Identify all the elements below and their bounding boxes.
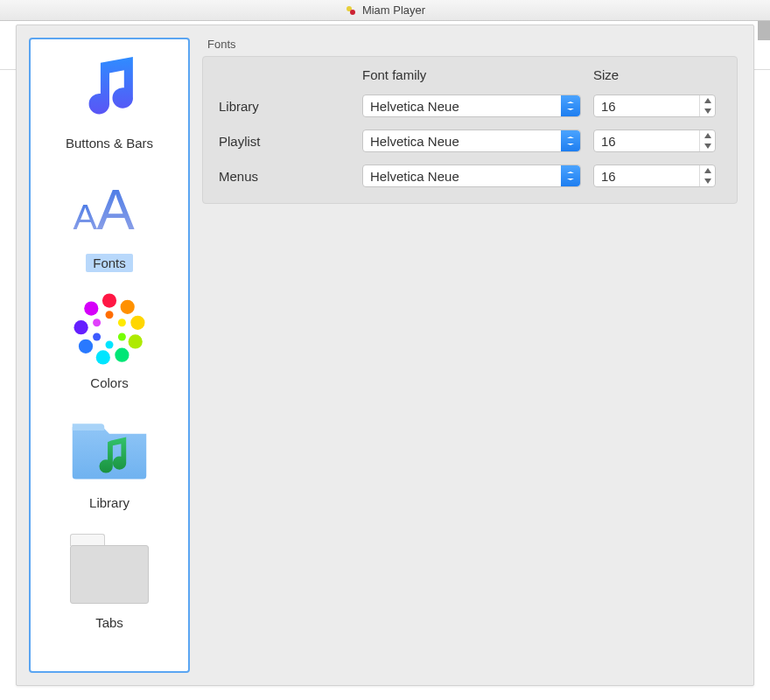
preferences-window: Buttons & Bars A A Fonts — [16, 24, 754, 686]
row-label-library: Library — [219, 99, 350, 114]
svg-point-1 — [350, 10, 355, 15]
sidebar-item-library[interactable]: Library — [34, 406, 185, 515]
group-title: Fonts — [207, 38, 738, 51]
svg-point-18 — [93, 318, 101, 326]
sidebar-item-colors[interactable]: Colors — [34, 286, 185, 396]
app-icon — [345, 4, 357, 17]
svg-point-12 — [84, 302, 98, 316]
sidebar-item-label: Buttons & Bars — [59, 134, 160, 152]
svg-point-17 — [93, 333, 101, 341]
font-family-select-playlist[interactable]: Helvetica Neue — [362, 130, 581, 152]
row-label-menus: Menus — [219, 169, 350, 184]
tabs-icon — [66, 529, 153, 608]
window-title: Miam Player — [362, 4, 425, 17]
sidebar-item-buttons-bars[interactable]: Buttons & Bars — [34, 46, 185, 156]
chevron-down-icon — [561, 165, 580, 186]
library-folder-icon — [66, 410, 153, 488]
stepper-value: 16 — [601, 169, 616, 184]
stepper-up-icon[interactable] — [700, 95, 715, 106]
svg-text:A: A — [97, 178, 136, 242]
sidebar-item-label: Fonts — [86, 254, 133, 272]
svg-point-13 — [106, 311, 114, 318]
svg-point-16 — [106, 341, 114, 349]
font-size-stepper-playlist[interactable]: 16 — [593, 130, 716, 152]
column-header-size: Size — [593, 67, 716, 82]
stepper-down-icon[interactable] — [700, 176, 715, 186]
scrollbar-stub — [758, 21, 770, 40]
sidebar-item-fonts[interactable]: A A Fonts — [34, 166, 185, 276]
svg-point-10 — [79, 340, 93, 354]
sidebar-item-tabs[interactable]: Tabs — [34, 526, 185, 635]
color-wheel-icon — [66, 290, 153, 368]
stepper-value: 16 — [601, 99, 616, 114]
svg-point-4 — [102, 294, 116, 308]
svg-point-6 — [130, 316, 144, 330]
stepper-down-icon[interactable] — [700, 106, 715, 116]
fonts-aa-icon: A A — [66, 170, 153, 248]
svg-text:A: A — [74, 197, 98, 237]
font-family-select-menus[interactable]: Helvetica Neue — [362, 164, 581, 187]
chevron-down-icon — [561, 130, 580, 151]
select-value: Helvetica Neue — [370, 169, 459, 184]
svg-point-9 — [96, 350, 110, 364]
row-label-playlist: Playlist — [219, 134, 350, 149]
fonts-panel: Font family Size Library Helvetica Neue … — [202, 56, 738, 204]
select-value: Helvetica Neue — [370, 99, 459, 114]
stepper-up-icon[interactable] — [700, 130, 715, 141]
sidebar-item-label: Tabs — [88, 613, 130, 632]
font-family-select-library[interactable]: Helvetica Neue — [362, 94, 581, 117]
font-size-stepper-menus[interactable]: 16 — [593, 164, 716, 187]
category-sidebar: Buttons & Bars A A Fonts — [29, 38, 190, 673]
svg-point-14 — [118, 318, 126, 326]
stepper-down-icon[interactable] — [700, 141, 715, 151]
svg-point-15 — [118, 333, 126, 341]
font-size-stepper-library[interactable]: 16 — [593, 94, 716, 117]
svg-point-7 — [129, 334, 143, 348]
select-value: Helvetica Neue — [370, 134, 459, 149]
stepper-up-icon[interactable] — [700, 165, 715, 176]
svg-point-5 — [121, 300, 135, 314]
main-panel: Fonts Font family Size Library Helvetica… — [199, 25, 753, 685]
sidebar-item-label: Library — [82, 494, 136, 512]
column-header-font-family: Font family — [362, 67, 581, 82]
chevron-down-icon — [561, 95, 580, 116]
sidebar-item-label: Colors — [83, 374, 135, 392]
stepper-value: 16 — [601, 134, 616, 149]
svg-point-8 — [115, 348, 129, 362]
music-note-icon — [66, 50, 153, 129]
titlebar: Miam Player — [0, 0, 770, 21]
svg-point-11 — [74, 320, 88, 334]
